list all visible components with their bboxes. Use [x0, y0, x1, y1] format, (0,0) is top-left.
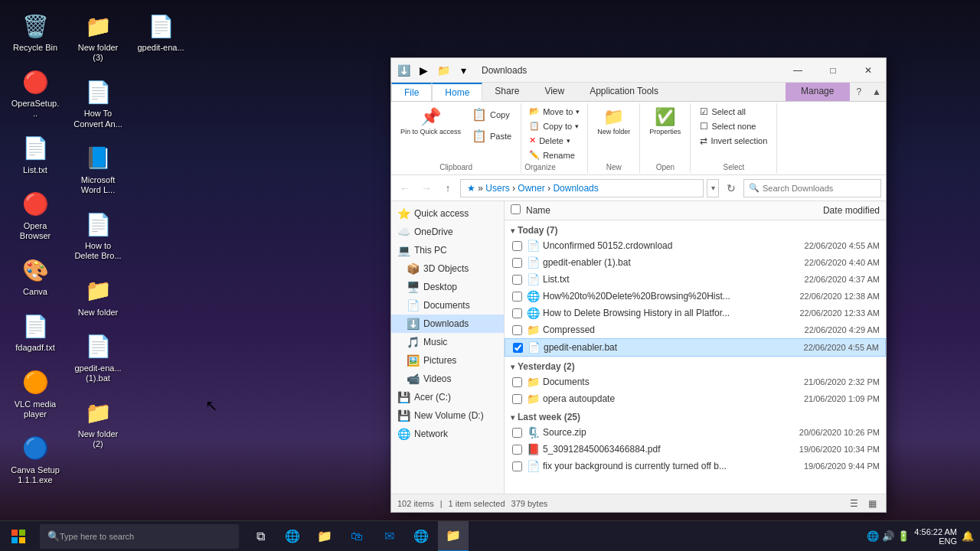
refresh-button[interactable]: ↻	[722, 179, 740, 197]
desktop-icon-recycle-bin[interactable]: 🗑️ Recycle Bin	[8, 8, 63, 56]
select-all-checkbox[interactable]	[511, 204, 521, 214]
nav-item-onedrive[interactable]: ☁️ OneDrive	[391, 223, 504, 241]
copy-button[interactable]: 📋 Copy	[467, 105, 516, 125]
desktop-icon-opera-browser[interactable]: 🔴 Opera Browser	[8, 186, 63, 244]
row-checkbox[interactable]	[512, 325, 522, 335]
row-checkbox[interactable]	[512, 445, 522, 455]
row-check[interactable]	[511, 376, 523, 388]
title-bar-dropdown-icon[interactable]: ▾	[454, 61, 472, 80]
table-row[interactable]: 📄 List.txt 22/06/2020 4:37 AM	[505, 271, 886, 288]
search-box[interactable]: 🔍	[743, 179, 881, 197]
table-row[interactable]: 📁 Compressed 22/06/2020 4:29 AM	[505, 321, 886, 338]
battery-icon[interactable]: 🔋	[897, 530, 910, 542]
table-row[interactable]: 📁 opera autoupdate 21/06/2020 1:09 PM	[505, 390, 886, 407]
row-check[interactable]	[511, 240, 523, 252]
table-row[interactable]: 📕 5_309128450063466884.pdf 19/06/2020 10…	[505, 441, 886, 458]
nav-item-videos[interactable]: 📹 Videos	[391, 370, 504, 388]
title-bar-forward-icon[interactable]: ▶	[414, 61, 433, 80]
row-check[interactable]	[511, 324, 523, 336]
volume-icon[interactable]: 🔊	[882, 530, 894, 542]
table-row[interactable]: 📁 Documents 21/06/2020 2:32 PM	[505, 373, 886, 390]
desktop-icon-ms-word[interactable]: 📘 Microsoft Word L...	[70, 140, 126, 198]
search-input[interactable]	[763, 184, 870, 193]
desktop-icon-new-folder[interactable]: 📁 New folder	[70, 272, 126, 321]
desktop-icon-new-folder-2[interactable]: 📁 New folder (2)	[70, 394, 126, 452]
back-button[interactable]: ←	[396, 179, 414, 197]
desktop-icon-opera-setup[interactable]: 🔴 OperaSetup...	[8, 64, 63, 122]
notification-icon[interactable]: 🔔	[962, 530, 974, 542]
taskbar-icon-file-explorer2[interactable]: 📁	[438, 521, 469, 552]
maximize-button[interactable]: □	[815, 58, 851, 83]
minimize-button[interactable]: —	[780, 58, 815, 83]
select-none-button[interactable]: ☐ Select none	[695, 119, 772, 133]
desktop-icon-how-to-convert[interactable]: 📄 How To Convert An...	[70, 73, 126, 132]
header-name[interactable]: Name	[526, 205, 780, 216]
taskbar-search-box[interactable]: 🔍 Type here to search	[40, 524, 239, 549]
ribbon-collapse-button[interactable]: ▲	[867, 83, 886, 101]
row-check[interactable]	[511, 393, 523, 405]
table-row[interactable]: 📄 Unconfirmed 50152.crdownload 22/06/202…	[505, 237, 886, 254]
nav-item-quick-access[interactable]: ⭐ Quick access	[391, 204, 504, 223]
row-checkbox[interactable]	[513, 343, 523, 353]
desktop-icon-fdagadf[interactable]: 📄 fdagadf.txt	[8, 308, 63, 356]
taskbar-icon-taskview[interactable]: ⧉	[245, 521, 276, 552]
desktop-icon-gpedit-bat[interactable]: 📄 gpedit-ena... (1).bat	[70, 328, 126, 386]
group-yesterday-header[interactable]: ▾ Yesterday (2)	[505, 357, 886, 373]
nav-item-new-volume-d[interactable]: 💾 New Volume (D:)	[391, 406, 504, 425]
up-button[interactable]: ↑	[439, 179, 457, 197]
desktop-icon-gpedit-bat2[interactable]: 📄 gpedit-ena...	[133, 8, 188, 56]
row-checkbox[interactable]	[512, 377, 522, 387]
nav-item-desktop[interactable]: 🖥️ Desktop	[391, 278, 504, 296]
tab-application-tools[interactable]: Application Tools	[577, 83, 671, 101]
close-button[interactable]: ✕	[851, 58, 886, 83]
list-view-button[interactable]: ☰	[846, 496, 861, 511]
taskbar-icon-chrome[interactable]: 🌐	[406, 521, 436, 552]
row-checkbox[interactable]	[512, 241, 522, 251]
taskbar-icon-store[interactable]: 🛍	[341, 521, 372, 552]
desktop-icon-list-txt[interactable]: 📄 List.txt	[8, 130, 63, 178]
select-all-button[interactable]: ☑ Select all	[695, 105, 772, 119]
title-bar-recent-icon[interactable]: 📁	[434, 61, 452, 80]
row-checkbox[interactable]	[512, 292, 522, 302]
table-row[interactable]: 📄 fix your background is currently turne…	[505, 458, 886, 474]
row-check[interactable]	[511, 443, 523, 455]
table-row[interactable]: 🗜️ Source.zip 20/06/2020 10:26 PM	[505, 424, 886, 441]
move-to-button[interactable]: 📂 Move to ▾	[524, 105, 584, 118]
header-date-modified[interactable]: Date modified	[780, 205, 880, 216]
tab-view[interactable]: View	[532, 83, 577, 101]
row-checkbox[interactable]	[512, 394, 522, 404]
path-dropdown-button[interactable]: ▾	[707, 179, 719, 197]
row-checkbox[interactable]	[512, 461, 522, 471]
properties-button[interactable]: ✅ Properties	[645, 105, 685, 138]
row-checkbox[interactable]	[512, 275, 522, 285]
path-users[interactable]: Users	[485, 183, 509, 194]
tab-home[interactable]: Home	[432, 83, 482, 101]
title-bar-back-icon[interactable]: ⬇️	[394, 61, 413, 80]
desktop-icon-vlc[interactable]: 🟠 VLC media player	[8, 364, 63, 422]
row-check[interactable]	[511, 426, 523, 439]
row-checkbox[interactable]	[512, 258, 522, 268]
taskbar-icon-edge[interactable]: 🌐	[277, 521, 308, 552]
nav-item-pictures[interactable]: 🖼️ Pictures	[391, 351, 504, 370]
nav-item-downloads[interactable]: ⬇️ Downloads	[391, 315, 504, 333]
path-owner[interactable]: Owner	[518, 183, 544, 194]
row-check[interactable]	[511, 307, 523, 319]
table-row[interactable]: 🌐 How%20to%20Delete%20Browsing%20Hist...…	[505, 288, 886, 305]
path-downloads[interactable]: Downloads	[553, 183, 598, 194]
nav-item-3d-objects[interactable]: 📦 3D Objects	[391, 259, 504, 278]
row-checkbox[interactable]	[512, 308, 522, 318]
detail-view-button[interactable]: ▦	[864, 496, 880, 511]
row-checkbox[interactable]	[512, 428, 522, 438]
forward-button[interactable]: →	[417, 179, 436, 197]
copy-to-button[interactable]: 📋 Copy to ▾	[524, 119, 583, 132]
row-check[interactable]	[511, 273, 523, 285]
delete-button[interactable]: ✕ Delete ▾	[524, 134, 575, 147]
desktop-icon-how-delete[interactable]: 📄 How to Delete Bro...	[70, 206, 126, 264]
pin-to-quick-access-button[interactable]: 📌 Pin to Quick access	[396, 105, 466, 138]
new-folder-button[interactable]: 📁 New folder	[593, 105, 635, 138]
nav-item-acer-c[interactable]: 💾 Acer (C:)	[391, 388, 504, 406]
tab-file[interactable]: File	[391, 83, 432, 101]
start-button[interactable]	[0, 521, 37, 552]
row-check[interactable]	[511, 256, 523, 269]
invert-selection-button[interactable]: ⇄ Invert selection	[695, 134, 772, 148]
